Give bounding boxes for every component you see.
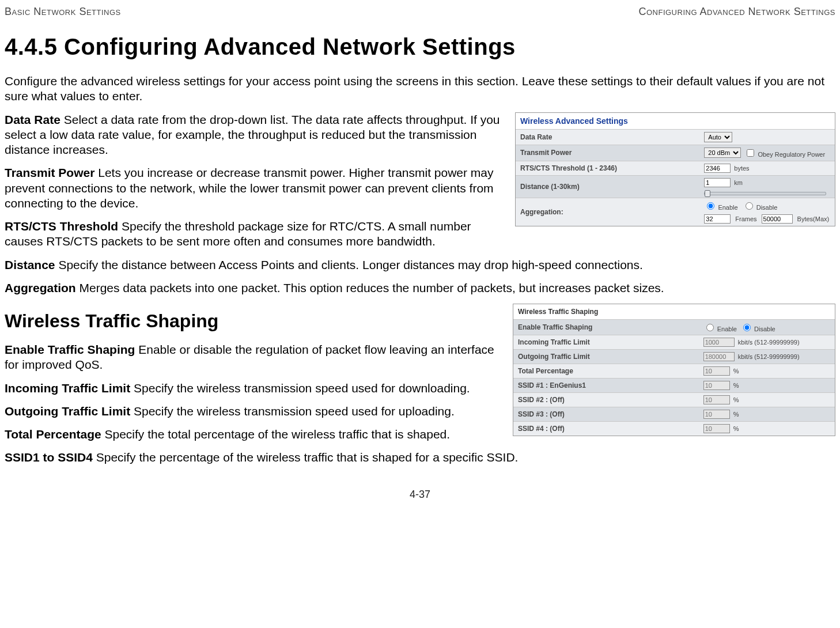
obey-regulatory-checkbox[interactable]: [747, 149, 754, 157]
text-incoming: Specify the wireless transmission speed …: [130, 381, 470, 395]
label-outgoing: Outgoing Traffic Limit: [513, 350, 700, 364]
unit-ssid4: %: [733, 425, 739, 432]
text-outgoing: Specify the wireless transmission speed …: [130, 404, 455, 418]
slider-distance[interactable]: [704, 192, 826, 195]
obey-regulatory-checkbox-label: Obey Regulatory Power: [744, 147, 825, 158]
text-data-rate: Select a data rate from the drop-down li…: [5, 113, 500, 157]
label-ssid2: SSID #2 : (Off): [513, 393, 700, 407]
term-outgoing: Outgoing Traffic Limit: [5, 404, 130, 418]
text-total: Specify the total percentage of the wire…: [101, 428, 450, 441]
input-ssid2[interactable]: [703, 395, 730, 404]
running-header: Basic Network Settings Configuring Advan…: [5, 6, 835, 18]
text-distance: Specify the distance between Access Poin…: [55, 258, 643, 271]
label-enable-shaping: Enable Traffic Shaping: [513, 320, 700, 334]
text-aggregation: Merges data packets into one packet. Thi…: [76, 281, 664, 294]
label-incoming: Incoming Traffic Limit: [513, 335, 700, 349]
shaping-disable-option[interactable]: Disable: [740, 322, 775, 332]
figure2-title: Wireless Traffic Shaping: [513, 304, 835, 319]
input-outgoing[interactable]: [703, 352, 735, 361]
unit-rts: bytes: [734, 165, 749, 172]
input-ssid3[interactable]: [703, 410, 730, 419]
shaping-enable-option[interactable]: Enable: [703, 322, 737, 332]
radio-agg-enable[interactable]: [707, 202, 714, 210]
row-ssid1: SSID #1 : EnGenius1 %: [513, 378, 835, 392]
header-right: Configuring Advanced Network Settings: [638, 6, 835, 18]
label-ssid3: SSID #3 : (Off): [513, 407, 700, 421]
label-data-rate: Data Rate: [516, 130, 701, 144]
row-ssid3: SSID #3 : (Off) %: [513, 407, 835, 421]
slider-thumb-icon: [705, 190, 710, 197]
term-data-rate: Data Rate: [5, 113, 60, 126]
row-incoming: Incoming Traffic Limit kbit/s (512-99999…: [513, 335, 835, 349]
row-distance: Distance (1-30km) km: [516, 175, 835, 198]
unit-ssid1: %: [733, 382, 739, 389]
radio-shape-enable[interactable]: [706, 324, 714, 331]
row-data-rate: Data Rate Auto: [516, 129, 835, 145]
radio-shape-disable[interactable]: [743, 324, 751, 331]
term-rts: RTS/CTS Threshold: [5, 220, 118, 233]
select-transmit-power[interactable]: 20 dBm: [704, 147, 741, 158]
label-distance: Distance (1-30km): [516, 180, 701, 194]
input-agg-bytes[interactable]: [762, 214, 793, 224]
label-ssid1: SSID #1 : EnGenius1: [513, 379, 700, 392]
label-aggregation: Aggregation:: [516, 205, 701, 219]
label-rts: RTS/CTS Threshold (1 - 2346): [516, 161, 701, 175]
def-distance: Distance Specify the distance between Ac…: [5, 258, 835, 273]
unit-ssid2: %: [733, 396, 739, 403]
unit-outgoing: kbit/s (512-99999999): [738, 353, 800, 360]
row-ssid4: SSID #4 : (Off) %: [513, 421, 835, 436]
input-ssid4[interactable]: [703, 424, 730, 433]
figure1-title: Wireless Advanced Settings: [516, 113, 835, 129]
input-ssid1[interactable]: [703, 381, 730, 390]
figure-traffic-shaping: Wireless Traffic Shaping Enable Traffic …: [513, 304, 835, 436]
row-enable-shaping: Enable Traffic Shaping Enable Disable: [513, 319, 835, 335]
term-aggregation: Aggregation: [5, 281, 76, 294]
unit-ssid3: %: [733, 411, 739, 418]
def-aggregation: Aggregation Merges data packets into one…: [5, 281, 835, 296]
term-tx-power: Transmit Power: [5, 166, 94, 179]
term-ssid: SSID1 to SSID4: [5, 451, 93, 464]
input-incoming[interactable]: [703, 338, 735, 347]
row-ssid2: SSID #2 : (Off) %: [513, 392, 835, 407]
unit-total: %: [733, 368, 739, 374]
radio-agg-disable[interactable]: [746, 202, 753, 210]
unit-distance: km: [734, 179, 743, 186]
term-incoming: Incoming Traffic Limit: [5, 381, 130, 395]
row-rts-threshold: RTS/CTS Threshold (1 - 2346) bytes: [516, 161, 835, 175]
unit-incoming: kbit/s (512-99999999): [738, 339, 800, 346]
select-data-rate[interactable]: Auto: [704, 132, 732, 142]
term-enable-shaping: Enable Traffic Shaping: [5, 343, 135, 356]
row-outgoing: Outgoing Traffic Limit kbit/s (512-99999…: [513, 349, 835, 364]
page-number: 4-37: [5, 489, 835, 501]
label-agg-frames: Frames: [735, 215, 756, 222]
text-ssid: Specify the percentage of the wireless t…: [93, 451, 519, 464]
label-transmit-power: Transmit Power: [516, 146, 701, 160]
term-distance: Distance: [5, 258, 55, 271]
figure-wireless-advanced: Wireless Advanced Settings Data Rate Aut…: [515, 112, 835, 226]
label-total: Total Percentage: [513, 364, 700, 378]
intro-paragraph: Configure the advanced wireless settings…: [5, 74, 835, 104]
aggregation-disable-option[interactable]: Disable: [743, 200, 778, 211]
aggregation-enable-option[interactable]: Enable: [704, 200, 737, 211]
row-aggregation: Aggregation: Enable Disable Frames Bytes…: [516, 198, 835, 226]
obey-regulatory-text: Obey Regulatory Power: [758, 151, 825, 158]
page-title: 4.4.5 Configuring Advanced Network Setti…: [5, 34, 835, 60]
input-agg-frames[interactable]: [704, 214, 731, 224]
label-agg-bytes: Bytes(Max): [797, 215, 830, 222]
input-total[interactable]: [703, 366, 730, 376]
row-total: Total Percentage %: [513, 364, 835, 378]
header-left: Basic Network Settings: [5, 6, 121, 18]
row-transmit-power: Transmit Power 20 dBm Obey Regulatory Po…: [516, 145, 835, 161]
label-ssid4: SSID #4 : (Off): [513, 422, 700, 436]
input-rts[interactable]: [704, 164, 731, 173]
def-ssid: SSID1 to SSID4 Specify the percentage of…: [5, 450, 835, 465]
input-distance[interactable]: [704, 178, 731, 187]
term-total: Total Percentage: [5, 428, 101, 441]
